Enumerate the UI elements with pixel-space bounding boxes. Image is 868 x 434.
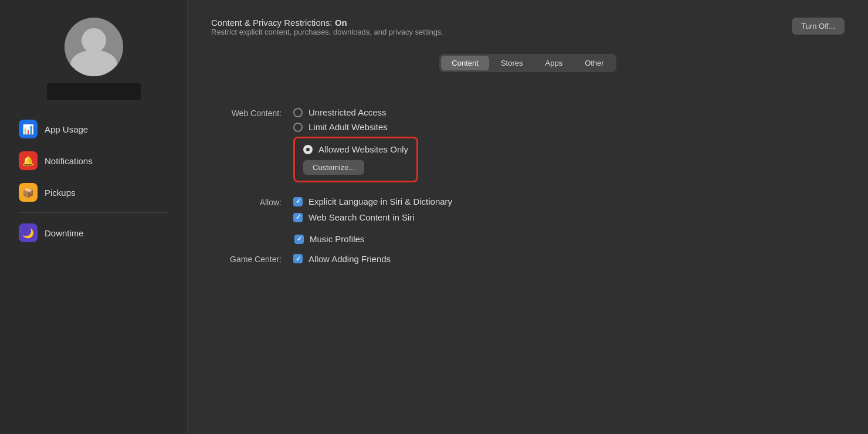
checkbox-music-profiles[interactable]: Music Profiles [294,234,845,244]
radio-limit-adult-circle [293,123,303,132]
allow-section-wrapper: Allow: Explicit Language in Siri & Dicti… [211,196,845,222]
allow-checkbox-list: Explicit Language in Siri & Dictionary W… [293,196,452,222]
checkbox-allow-friends-label: Allow Adding Friends [308,254,391,264]
game-center-label: Game Center: [211,253,282,264]
avatar-body [70,50,117,76]
game-center-section: Game Center: Allow Adding Friends [211,253,845,264]
avatar-head [82,28,106,53]
downtime-icon: 🌙 [19,223,38,242]
sidebar: 📊 App Usage 🔔 Notifications 📦 Pickups 🌙 … [0,0,188,434]
sidebar-item-downtime[interactable]: 🌙 Downtime [9,218,178,248]
sidebar-item-notifications[interactable]: 🔔 Notifications [9,145,178,176]
radio-allowed-only-label: Allowed Websites Only [318,144,408,154]
allow-label: Allow: [211,196,282,207]
checkbox-music-profiles-label: Music Profiles [310,234,364,244]
header-title-prefix: Content & Privacy Restrictions: [211,18,335,28]
sidebar-divider [19,212,168,213]
header-subtitle: Restrict explicit content, purchases, do… [211,28,443,36]
radio-unrestricted-label: Unrestricted Access [308,107,386,117]
checkbox-web-search[interactable]: Web Search Content in Siri [293,212,452,222]
checkbox-explicit-language-box [293,197,303,206]
tab-content[interactable]: Content [441,56,489,70]
header-row: Content & Privacy Restrictions: On Restr… [211,18,845,50]
checkbox-explicit-language[interactable]: Explicit Language in Siri & Dictionary [293,196,452,206]
user-name-bar [47,83,141,100]
customize-button[interactable]: Customize... [303,160,364,175]
turn-off-button[interactable]: Turn Off... [792,18,845,35]
radio-limit-adult-label: Limit Adult Websites [308,122,388,132]
pickups-icon: 📦 [19,183,38,202]
checkbox-allow-friends[interactable]: Allow Adding Friends [293,254,391,264]
avatar [65,18,123,76]
music-profiles-wrapper: Music Profiles [211,234,845,244]
sidebar-item-pickups[interactable]: 📦 Pickups [9,177,178,208]
radio-limit-adult[interactable]: Limit Adult Websites [293,122,418,132]
sidebar-nav: 📊 App Usage 🔔 Notifications 📦 Pickups 🌙 … [0,114,187,249]
game-center-row: Game Center: Allow Adding Friends [211,253,845,264]
main-content: Content & Privacy Restrictions: On Restr… [188,0,868,434]
checkbox-web-search-box [293,213,303,222]
web-content-label: Web Content: [211,107,282,118]
checkbox-music-profiles-box [294,235,304,244]
tab-apps[interactable]: Apps [534,56,573,70]
sidebar-item-label-downtime: Downtime [45,228,84,238]
checkbox-allow-friends-box [293,254,303,263]
app-usage-icon: 📊 [19,120,38,138]
header-title-status: On [335,18,347,28]
tab-stores[interactable]: Stores [490,56,534,70]
radio-allowed-only[interactable]: Allowed Websites Only [303,144,408,154]
sidebar-item-app-usage[interactable]: 📊 App Usage [9,114,178,144]
header-title-block: Content & Privacy Restrictions: On Restr… [211,18,443,50]
radio-unrestricted[interactable]: Unrestricted Access [293,107,418,117]
header-title: Content & Privacy Restrictions: On [211,18,443,28]
radio-allowed-only-circle [303,145,313,154]
web-content-section: Web Content: Unrestricted Access Limit A… [211,107,845,182]
web-content-options: Unrestricted Access Limit Adult Websites… [293,107,418,182]
allow-section: Allow: Explicit Language in Siri & Dicti… [211,196,845,222]
tab-other[interactable]: Other [574,56,615,70]
checkbox-explicit-language-label: Explicit Language in Siri & Dictionary [308,196,452,206]
sidebar-item-label-pickups: Pickups [45,188,76,198]
checkbox-web-search-label: Web Search Content in Siri [308,212,415,222]
sidebar-item-label-app-usage: App Usage [45,124,88,134]
sidebar-item-label-notifications: Notifications [45,156,93,166]
highlight-box: Allowed Websites Only Customize... [293,137,418,182]
notifications-icon: 🔔 [19,151,38,170]
tab-bar: Content Stores Apps Other [439,54,616,72]
radio-unrestricted-circle [293,108,303,117]
